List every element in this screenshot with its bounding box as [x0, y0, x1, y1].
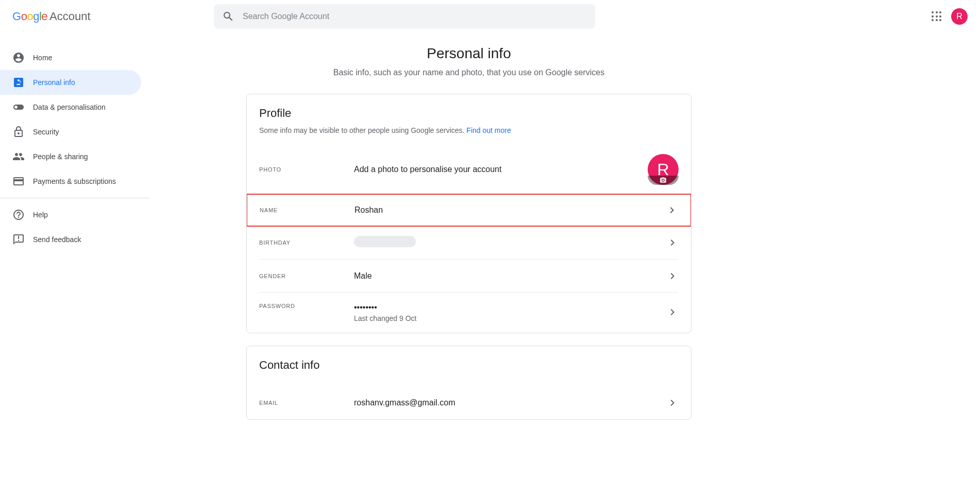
apps-grid-icon[interactable]: [931, 10, 943, 23]
find-out-more-link[interactable]: Find out more: [466, 126, 511, 134]
help-icon: [12, 209, 25, 221]
gender-label: Gender: [259, 273, 354, 279]
sidebar-item-people-sharing[interactable]: People & sharing: [0, 144, 141, 169]
google-logo-text: Google: [12, 10, 47, 23]
camera-icon: [660, 177, 667, 184]
home-icon: [12, 52, 25, 64]
sidebar-item-data-personalisation[interactable]: Data & personalisation: [0, 95, 141, 120]
profile-title: Profile: [259, 107, 679, 120]
password-value: ••••••••: [354, 303, 666, 312]
name-row[interactable]: Name Roshan: [246, 194, 691, 227]
email-value: roshanv.gmass@gmail.com: [354, 398, 666, 407]
search-input[interactable]: [243, 12, 587, 21]
people-icon: [12, 150, 25, 163]
sidebar-item-label: Personal info: [33, 78, 75, 87]
search-icon: [222, 10, 234, 23]
gender-value: Male: [354, 271, 666, 281]
feedback-icon: [12, 233, 25, 246]
sidebar: Home Personal info Data & personalisatio…: [0, 33, 149, 453]
avatar[interactable]: R: [951, 8, 968, 25]
password-value-wrap: •••••••• Last changed 9 Oct: [354, 303, 666, 322]
birthday-value: [354, 236, 666, 249]
chevron-right-icon: [666, 306, 679, 318]
header-right: R: [931, 8, 972, 25]
profile-card-header: Profile Some info may be visible to othe…: [247, 94, 691, 139]
contact-card: Contact info Email roshanv.gmass@gmail.c…: [246, 346, 691, 420]
name-label: Name: [260, 207, 354, 213]
page-title: Personal info: [149, 45, 788, 62]
sidebar-item-payments[interactable]: Payments & subscriptions: [0, 169, 141, 194]
sidebar-item-label: People & sharing: [33, 152, 88, 161]
name-value: Roshan: [354, 206, 666, 215]
birthday-row[interactable]: Birthday: [259, 226, 679, 259]
redacted-value: [354, 236, 416, 247]
account-logo-text: Account: [49, 10, 91, 23]
sidebar-item-label: Data & personalisation: [33, 103, 106, 111]
sidebar-item-label: Security: [33, 128, 59, 136]
email-row[interactable]: Email roshanv.gmass@gmail.com: [259, 386, 679, 419]
logo[interactable]: Google Account: [8, 10, 91, 23]
sidebar-divider: [0, 198, 149, 198]
profile-photo[interactable]: R: [648, 154, 679, 185]
lock-icon: [12, 126, 25, 138]
profile-card: Profile Some info may be visible to othe…: [246, 94, 691, 333]
photo-label: Photo: [259, 166, 354, 173]
sidebar-item-home[interactable]: Home: [0, 45, 141, 70]
header: Google Account R: [0, 0, 980, 33]
photo-row[interactable]: Photo Add a photo to personalise your ac…: [247, 145, 691, 194]
photo-description: Add a photo to personalise your account: [354, 165, 648, 174]
page-subtitle: Basic info, such as your name and photo,…: [149, 68, 788, 77]
toggle-icon: [12, 101, 25, 113]
password-changed: Last changed 9 Oct: [354, 314, 666, 322]
profile-subtitle: Some info may be visible to other people…: [259, 126, 679, 134]
password-row[interactable]: Password •••••••• Last changed 9 Oct: [259, 292, 679, 333]
chevron-right-icon: [666, 204, 678, 216]
chevron-right-icon: [666, 397, 679, 409]
sidebar-item-label: Home: [33, 54, 52, 62]
search-box[interactable]: [214, 4, 595, 29]
sidebar-item-help[interactable]: Help: [0, 202, 141, 227]
content: Personal info Basic info, such as your n…: [149, 33, 788, 453]
credit-card-icon: [12, 175, 25, 187]
sidebar-item-label: Payments & subscriptions: [33, 177, 116, 185]
sidebar-item-feedback[interactable]: Send feedback: [0, 227, 141, 252]
sidebar-item-label: Send feedback: [33, 235, 81, 244]
chevron-right-icon: [666, 236, 679, 249]
birthday-label: Birthday: [259, 240, 354, 246]
page-header: Personal info Basic info, such as your n…: [149, 45, 788, 77]
search-container: [214, 4, 595, 29]
contact-card-header: Contact info: [247, 346, 691, 382]
chevron-right-icon: [666, 270, 679, 282]
gender-row[interactable]: Gender Male: [259, 259, 679, 292]
avatar-camera-overlay: [648, 176, 679, 185]
email-label: Email: [259, 400, 354, 406]
password-label: Password: [259, 303, 354, 309]
id-card-icon: [12, 76, 25, 89]
sidebar-item-security[interactable]: Security: [0, 120, 141, 144]
sidebar-item-label: Help: [33, 211, 48, 219]
contact-title: Contact info: [259, 358, 679, 372]
sidebar-item-personal-info[interactable]: Personal info: [0, 70, 141, 95]
